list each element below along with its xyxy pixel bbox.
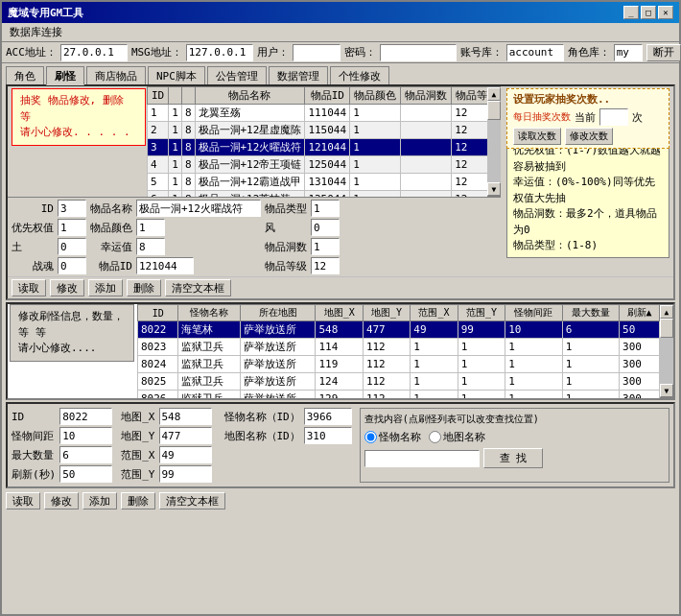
monster-id-field[interactable]: [59, 408, 112, 425]
max-field[interactable]: [59, 446, 112, 463]
item-modify-button[interactable]: 修改: [50, 279, 84, 296]
account-input[interactable]: [506, 44, 564, 61]
scroll-up-btn[interactable]: ▲: [487, 87, 501, 101]
monster-table-row[interactable]: 8026监狱卫兵萨举放送所1291121111300: [138, 391, 660, 399]
item-delete-button[interactable]: 删除: [127, 279, 161, 296]
mcol-name: 怪物名称: [178, 305, 241, 321]
radio-monster-label[interactable]: 怪物名称: [364, 430, 421, 444]
minimize-button[interactable]: _: [623, 6, 639, 19]
item-clear-button[interactable]: 清空文本框: [165, 279, 231, 296]
earth-label: 土: [12, 240, 54, 254]
radio-monster-text: 怪物名称: [379, 430, 421, 444]
monster-scroll-down[interactable]: ▼: [660, 384, 673, 397]
mcol-map: 所在地图: [240, 305, 315, 321]
msg-label: MSG地址：: [131, 45, 182, 59]
item-read-button[interactable]: 读取: [12, 279, 46, 296]
acc-input[interactable]: [60, 44, 128, 61]
modify-lottery-button[interactable]: 修改次数: [565, 128, 613, 145]
item-form: ID 物品名称 物品类型 优先权值 物品颜色 风 土 幸运值 物品洞数: [8, 197, 501, 276]
monster-delete-button[interactable]: 删除: [121, 492, 155, 509]
monster-scroll-up[interactable]: ▲: [660, 305, 673, 319]
item-table-row[interactable]: 518极品一洞+12霸道战甲1310441121100: [148, 174, 488, 191]
item-type-field[interactable]: [311, 200, 340, 217]
user-label: 用户：: [257, 45, 289, 59]
search-button[interactable]: 查 找: [483, 448, 544, 468]
item-num-field[interactable]: [136, 257, 194, 274]
monster-table-row[interactable]: 8022海笔林萨举放送所548477499910650: [138, 321, 660, 339]
warning-box-2: 修改刷怪信息，数量，等 等 请小心修改....: [10, 304, 134, 362]
monster-add-button[interactable]: 添加: [82, 492, 117, 509]
tab-npc[interactable]: NPC脚本: [148, 66, 205, 85]
item-table-row[interactable]: 418极品一洞+12帝王项链1250441121100: [148, 156, 488, 174]
mid-label: ID: [12, 411, 56, 423]
menu-database[interactable]: 数据库连接: [6, 24, 66, 40]
monster-clear-button[interactable]: 清空文本框: [159, 492, 225, 509]
item-table-row[interactable]: 318极品一洞+12火曜战符1210441121100: [148, 139, 488, 156]
luck-field[interactable]: [136, 238, 165, 255]
item-table-row[interactable]: 618极品一洞+12荒技装1350441121100: [148, 191, 488, 198]
mapy-field[interactable]: [159, 427, 212, 444]
read-lottery-button[interactable]: 读取次数: [513, 128, 561, 145]
item-scrollbar[interactable]: ▲ ▼: [487, 86, 501, 197]
window-title: 魔域专用GM工具: [8, 6, 83, 20]
item-id-field[interactable]: [58, 200, 86, 217]
map-name-id-field[interactable]: [304, 427, 352, 444]
soul-field[interactable]: [58, 257, 86, 274]
unit-label: 次: [632, 110, 643, 125]
rangey-field[interactable]: [159, 465, 212, 483]
item-table-row[interactable]: 218极品一洞+12星虚魔陈1150441121100: [148, 122, 488, 139]
luck-label: 幸运值: [90, 240, 132, 254]
msg-input[interactable]: [186, 44, 253, 61]
refresh-label: 刷新(秒): [12, 467, 56, 482]
search-input[interactable]: [364, 450, 480, 467]
tab-shop[interactable]: 商店物品: [86, 66, 146, 85]
monster-table-row[interactable]: 8023监狱卫兵萨举放送所1141121111300: [138, 339, 660, 356]
item-table-wrapper: ID 物品名称 物品ID 物品颜色 物品洞数 物品等级 物品类型 战魂 火 B▲: [147, 86, 501, 197]
level-field[interactable]: [311, 257, 340, 274]
user-input[interactable]: [293, 44, 340, 61]
radio-monster[interactable]: [364, 431, 377, 443]
tab-monster[interactable]: 刷怪: [46, 66, 84, 85]
radio-group: 怪物名称 地图名称: [364, 430, 665, 444]
mdist-label: 怪物间距: [12, 429, 56, 443]
monster-name-id-field[interactable]: [304, 408, 352, 425]
radio-map[interactable]: [429, 431, 441, 443]
disconnect-button[interactable]: 断开: [646, 44, 681, 61]
current-input[interactable]: [599, 108, 628, 126]
item-name-field[interactable]: [136, 200, 261, 217]
role-input[interactable]: [614, 44, 643, 61]
priority-field[interactable]: [58, 219, 86, 236]
monster-form-fields: ID 地图_X 怪物间距 地图_Y 最大数量 范围_X 刷新(秒) 范围_Y: [12, 408, 217, 483]
radio-map-label[interactable]: 地图名称: [429, 430, 485, 444]
earth-field[interactable]: [58, 238, 86, 255]
tab-data[interactable]: 数据管理: [269, 66, 328, 85]
current-label: 当前: [575, 110, 596, 125]
col-holes: 物品洞数: [401, 87, 452, 105]
holes-field[interactable]: [311, 238, 340, 255]
maximize-button[interactable]: □: [641, 6, 656, 19]
tab-announce[interactable]: 公告管理: [207, 66, 267, 85]
refresh-field[interactable]: [59, 465, 112, 483]
monster-read-button[interactable]: 读取: [6, 492, 40, 509]
rangex-field[interactable]: [159, 446, 212, 463]
mcol-mapx: 地图_X: [316, 305, 363, 321]
scroll-track: [487, 101, 501, 182]
tab-personal[interactable]: 个性修改: [330, 66, 389, 85]
pass-input[interactable]: [380, 44, 457, 61]
monster-table-row[interactable]: 8024监狱卫兵萨举放送所1191121111300: [138, 356, 660, 373]
color-label: 物品颜色: [90, 221, 132, 235]
mcol-mapy: 地图_Y: [363, 305, 410, 321]
wind-field[interactable]: [311, 219, 340, 236]
distance-field[interactable]: [59, 427, 112, 444]
scroll-down-btn[interactable]: ▼: [487, 182, 501, 196]
tab-role[interactable]: 角色: [6, 66, 44, 85]
col-c1: [169, 87, 182, 105]
monster-modify-button[interactable]: 修改: [44, 492, 79, 509]
close-button[interactable]: ✕: [658, 6, 673, 19]
monster-table-row[interactable]: 8025监狱卫兵萨举放送所1241121111300: [138, 373, 660, 391]
item-add-button[interactable]: 添加: [88, 279, 123, 296]
color-field[interactable]: [136, 219, 165, 236]
mapx-field[interactable]: [159, 408, 212, 425]
monster-scrollbar[interactable]: ▲ ▼: [660, 304, 673, 398]
item-table-row[interactable]: 118龙翼至殇1110441121100: [148, 105, 488, 122]
